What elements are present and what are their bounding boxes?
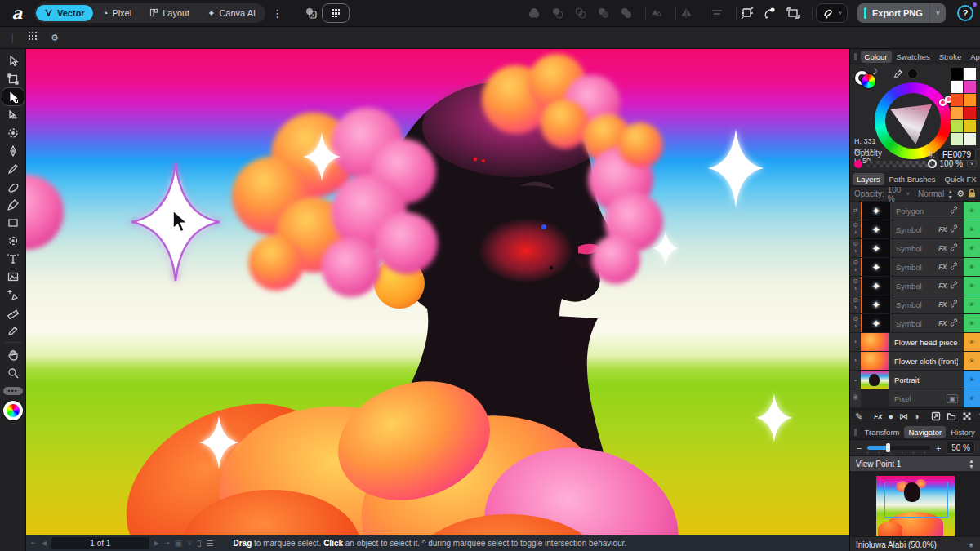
swatch[interactable] <box>951 133 963 145</box>
tab-quick-fx[interactable]: Quick FX <box>941 173 980 185</box>
layer-row-polygon[interactable]: ⇄ ✦ Polygon <box>850 202 980 220</box>
transform-tool[interactable] <box>2 70 24 87</box>
layers-settings-gear-icon[interactable]: ⚙ <box>956 189 964 199</box>
visibility-toggle[interactable] <box>964 277 980 295</box>
artboard-export-icon[interactable]: ▣ <box>175 539 182 548</box>
visibility-toggle[interactable] <box>964 258 980 276</box>
visibility-toggle[interactable] <box>964 239 980 257</box>
fx-badge[interactable]: FX <box>938 225 947 233</box>
lock-icon[interactable] <box>968 189 976 199</box>
text-tool[interactable] <box>2 250 24 267</box>
panel-drag-handle[interactable]: ❚ <box>853 52 859 60</box>
tab-transform[interactable]: Transform <box>861 426 904 438</box>
edit-vector-icon[interactable]: ✎ <box>855 412 862 421</box>
link-icon[interactable] <box>950 281 958 291</box>
help-button[interactable]: ? <box>957 5 973 21</box>
device-preview-icon[interactable]: ▯ <box>197 539 202 548</box>
picked-colour-well[interactable] <box>907 69 918 79</box>
link-icon[interactable] <box>950 243 958 253</box>
fx-badge[interactable]: FX <box>938 300 947 309</box>
zoom-in-button[interactable]: + <box>934 443 942 453</box>
new-layer-icon[interactable] <box>931 411 941 423</box>
pen-tool[interactable] <box>2 142 24 159</box>
persona-overflow-menu[interactable]: ⋮ <box>265 7 289 20</box>
swatch[interactable] <box>964 81 976 93</box>
alignment-icon[interactable] <box>710 6 724 20</box>
zoom-slider[interactable] <box>867 446 930 450</box>
layer-row-symbol[interactable]: ⊙› ✦ Symbol FX <box>850 239 980 258</box>
persona-tab-vector[interactable]: Vector <box>36 5 93 21</box>
tab-appearance[interactable]: Appearance <box>966 51 980 63</box>
adjustment-icon[interactable]: ⋈ <box>899 412 908 421</box>
swatch[interactable] <box>951 94 963 106</box>
prev-page-icon[interactable]: ◀ <box>42 540 47 547</box>
tab-path-brushes[interactable]: Path Brushes <box>885 173 940 185</box>
tab-stroke[interactable]: Stroke <box>935 51 965 63</box>
point-transform-tool[interactable] <box>2 286 24 303</box>
boolean-combine-icon[interactable] <box>619 6 634 20</box>
link-icon[interactable] <box>950 206 958 216</box>
layer-name[interactable]: Pixel <box>889 389 947 407</box>
boolean-divide-icon[interactable] <box>596 6 611 20</box>
contour-tool[interactable] <box>2 106 24 123</box>
fill-stroke-wells[interactable]: ⤸ <box>855 69 880 89</box>
expand-chevron-icon[interactable]: › <box>854 304 857 312</box>
tab-colour[interactable]: Colour <box>861 51 892 63</box>
layer-row-symbol[interactable]: ⊙› ✦ Symbol FX <box>850 277 980 295</box>
export-dropdown-caret[interactable]: ˅ <box>929 3 946 23</box>
visibility-toggle[interactable] <box>964 371 980 389</box>
link-icon[interactable] <box>950 262 958 272</box>
zoom-out-button[interactable]: − <box>855 443 863 453</box>
expand-chevron-icon[interactable]: › <box>854 229 857 237</box>
swatch[interactable] <box>964 94 976 106</box>
tab-layers[interactable]: Layers <box>853 173 884 185</box>
transform-mode-icon[interactable] <box>786 6 800 20</box>
place-document-icon[interactable]: A <box>301 3 322 23</box>
tab-navigator[interactable]: Navigator <box>904 426 946 438</box>
group-layers-icon[interactable] <box>947 411 956 423</box>
boolean-add-icon[interactable] <box>528 6 542 20</box>
move-tool[interactable] <box>2 52 24 69</box>
live-filter-icon[interactable]: ◑ <box>914 412 920 421</box>
swatch[interactable] <box>951 68 963 80</box>
swatch[interactable] <box>951 107 963 119</box>
layer-name[interactable]: Flower head piece (front) <box>889 333 958 351</box>
layer-name[interactable]: Symbol <box>890 220 938 238</box>
node-tool[interactable] <box>2 88 24 105</box>
vector-brush-tool[interactable] <box>2 178 24 195</box>
layer-name[interactable]: Symbol <box>890 295 938 313</box>
favourite-star-icon[interactable]: ∗ <box>968 541 974 549</box>
flip-horizontal-icon[interactable] <box>679 6 694 20</box>
page-indicator[interactable]: 1 of 1 <box>51 537 149 549</box>
swatch[interactable] <box>964 107 976 119</box>
visibility-toggle[interactable] <box>964 202 980 220</box>
layer-row-flower-head-piece[interactable]: › Flower head piece (front) <box>850 333 980 352</box>
layer-row-symbol[interactable]: ⊙› ✦ Symbol FX <box>850 314 980 333</box>
canvas[interactable] <box>26 49 849 535</box>
layer-row-symbol[interactable]: ⊙› ✦ Symbol FX <box>850 258 980 277</box>
expand-chevron-icon[interactable]: › <box>854 267 857 274</box>
affinity-logo-icon[interactable]: a <box>7 2 28 24</box>
rotate-tool[interactable] <box>2 124 24 141</box>
next-page-icon[interactable]: ▶ <box>154 540 159 547</box>
snapping-icon[interactable] <box>740 6 755 20</box>
zoom-value[interactable]: 50 % <box>947 442 975 454</box>
colour-picker-tool[interactable] <box>2 322 24 339</box>
colour-selector-well[interactable] <box>3 401 23 420</box>
expand-chevron-icon[interactable]: › <box>854 286 857 293</box>
layer-name[interactable]: Portrait <box>889 371 958 389</box>
geometry-icon[interactable] <box>649 6 664 20</box>
opacity-slider[interactable] <box>866 161 936 167</box>
tab-swatches[interactable]: Swatches <box>893 51 934 63</box>
pencil-tool[interactable] <box>2 160 24 177</box>
rectangle-tool[interactable] <box>2 214 24 231</box>
fx-badge[interactable]: FX <box>938 319 947 327</box>
layer-name[interactable]: Flower cloth (front) <box>889 352 958 370</box>
insert-target-icon[interactable] <box>763 6 777 20</box>
fill-well[interactable] <box>862 74 875 88</box>
eyedropper-icon[interactable] <box>893 68 904 79</box>
navigator-thumbnail[interactable] <box>876 476 955 536</box>
persona-tab-canva-ai[interactable]: ✦ Canva AI <box>199 5 264 21</box>
visibility-toggle[interactable] <box>964 220 980 238</box>
layer-row-symbol[interactable]: ⊙› ✦ Symbol FX <box>850 220 980 239</box>
